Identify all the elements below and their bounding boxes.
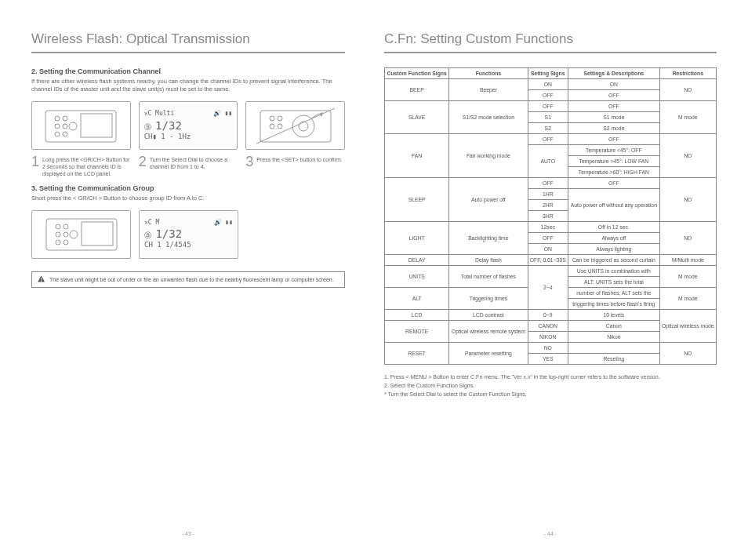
lcd2-mode: ✕C M (144, 219, 159, 227)
page-title-left: Wireless Flash: Optical Transmission (31, 31, 345, 53)
step-2-num: 2 (139, 155, 147, 169)
table-row: LIGHTBacklighting time12secOff in 12 sec… (385, 222, 717, 233)
svg-point-23 (64, 232, 68, 237)
svg-rect-29 (41, 281, 42, 282)
th-descriptions: Settings & Descriptions (568, 68, 660, 79)
svg-point-6 (55, 132, 60, 136)
section2-head: 2. Setting the Communication Channel (31, 67, 345, 75)
page-num-left: - 43 - (31, 515, 345, 536)
table-row: RESETParameter resettingNONO (385, 343, 717, 354)
section3-head: 3. Setting the Communication Group (31, 184, 345, 192)
th-signs: Custom Function Signs (385, 68, 449, 79)
warning-icon (38, 276, 45, 283)
step-1-text: Long press the <GR/CH> Button for 2 seco… (42, 155, 131, 177)
right-page: C.Fn: Setting Custom Functions Custom Fu… (384, 31, 717, 536)
warning-box: The slave unit might be out of order or … (31, 271, 345, 288)
battery-icon-2: 🔊 ▮▮ (214, 219, 233, 227)
lcd1-power: 1/32 (155, 119, 182, 132)
illus-flash-back-3 (31, 210, 131, 259)
step-1: 1 Long press the <GR/CH> Button for 2 se… (31, 155, 131, 177)
lcd2-power: 1/32 (155, 227, 182, 240)
step-3-text: Press the <SET> button to confirm. (256, 155, 342, 163)
table-row: SLEEPAuto power offOFFOFFNO (385, 178, 717, 189)
svg-point-26 (70, 231, 78, 238)
step-1-num: 1 (31, 155, 39, 169)
svg-point-24 (56, 240, 60, 245)
section2-steps: 1 Long press the <GR/CH> Button for 2 se… (31, 155, 345, 177)
illus-lcd-2: ✕C M🔊 ▮▮ ⓐ 1/32 CH 1 1/4545 (139, 210, 238, 259)
svg-point-20 (56, 224, 60, 229)
warning-text: The slave unit might be out of order or … (49, 277, 334, 282)
section2-body: If there are other wireless flash system… (31, 78, 345, 93)
svg-point-7 (63, 132, 67, 136)
step-3-num: 3 (245, 155, 253, 169)
svg-point-22 (56, 232, 60, 237)
svg-point-3 (63, 116, 67, 121)
svg-point-15 (278, 116, 282, 121)
table-row: UNITSTotal number of flashes2~4Use UNITS… (385, 266, 717, 277)
step-2-text: Turn the Select Dial to choose a channel… (150, 155, 238, 170)
section2-illus-row: ✕C Multi🔊 ▮▮ ⓐ 1/32 CH▮ 1 - 1Hz (31, 101, 345, 150)
cfn-table: Custom Function Signs Functions Setting … (384, 67, 717, 365)
svg-line-13 (256, 108, 335, 144)
lcd1-groupicon: ⓐ (144, 123, 155, 131)
footnote-2: 2. Select the Custom Function Signs. (384, 381, 717, 390)
svg-point-14 (270, 116, 274, 121)
lcd1-mode: ✕C Multi (144, 110, 175, 118)
lcd2-groupicon: ⓐ (144, 231, 155, 239)
th-functions: Functions (449, 68, 528, 79)
illus-flash-back-2 (245, 101, 345, 150)
step-3: 3 Press the <SET> button to confirm. (245, 155, 345, 177)
table-row: BEEPBeeperONONNO (385, 79, 717, 90)
illus-lcd-1: ✕C Multi🔊 ▮▮ ⓐ 1/32 CH▮ 1 - 1Hz (139, 101, 238, 150)
illus-flash-back-1 (31, 101, 131, 150)
table-header-row: Custom Function Signs Functions Setting … (385, 68, 717, 79)
section3-illus-row: ✕C M🔊 ▮▮ ⓐ 1/32 CH 1 1/4545 (31, 210, 238, 259)
table-row: FANFan working modeOFFOFFNO (385, 134, 717, 145)
table-row: LCDLCD contrast0~910 levelsOptical wirel… (385, 310, 717, 321)
svg-point-5 (63, 124, 67, 129)
footnotes: 1. Press < MENU > Button to enter C.Fn m… (384, 373, 717, 399)
th-restrictions: Restrictions (659, 68, 716, 79)
svg-rect-1 (81, 114, 112, 137)
svg-point-4 (55, 124, 60, 129)
lcd1-ch: CH▮ (144, 133, 157, 140)
lcd1-hz: 1 - 1Hz (161, 133, 191, 140)
svg-point-25 (64, 240, 68, 245)
battery-icon: 🔊 ▮▮ (213, 110, 232, 118)
left-page: Wireless Flash: Optical Transmission 2. … (31, 31, 345, 536)
svg-point-8 (69, 122, 77, 130)
table-row: DELAYDelay flashOFF, 0.01~30SCan be trig… (385, 255, 717, 266)
svg-rect-28 (41, 278, 42, 280)
page-title-right: C.Fn: Setting Custom Functions (384, 31, 717, 53)
footnote-1: 1. Press < MENU > Button to enter C.Fn m… (384, 373, 717, 381)
svg-point-21 (64, 224, 68, 229)
svg-point-16 (270, 124, 274, 129)
th-setting-signs: Setting Signs (528, 68, 568, 79)
svg-point-2 (55, 116, 60, 121)
footnote-3: * Turn the Select Dial to select the Cus… (384, 390, 717, 398)
section3-body: Short press the < GR/CH > Button to choo… (31, 195, 345, 202)
svg-point-17 (278, 124, 282, 129)
lcd2-bottom: CH 1 1/4545 (144, 241, 233, 250)
svg-point-11 (299, 122, 308, 131)
table-row: SLAVES1/S2 mode selectionOFFOFFM mode (385, 101, 717, 112)
svg-rect-19 (82, 222, 113, 245)
page-num-right: - 44 - (384, 515, 717, 536)
step-2: 2 Turn the Select Dial to choose a chann… (139, 155, 238, 177)
